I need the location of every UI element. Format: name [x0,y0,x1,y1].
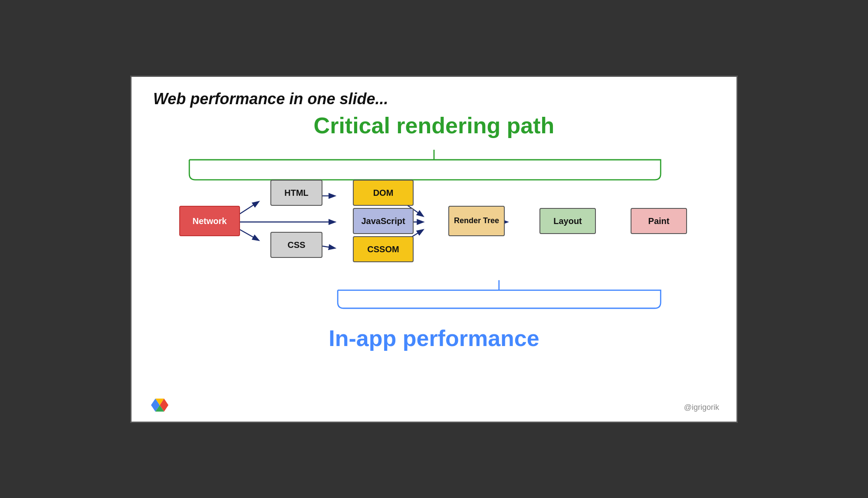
node-dom: DOM [353,180,414,206]
slide-title: Web performance in one slide... [153,90,715,108]
crp-label: Critical rendering path [153,112,715,139]
node-paint: Paint [631,208,687,234]
node-network: Network [179,206,240,236]
google-logo [149,396,171,414]
node-html: HTML [270,180,322,206]
slide: Web performance in one slide... Critical… [130,76,738,423]
node-layout: Layout [539,208,596,234]
node-render-tree: Render Tree [448,206,505,236]
twitter-handle: @igrigorik [684,403,719,412]
node-css: CSS [270,232,322,258]
diagram-area: Critical rendering path [153,112,715,356]
in-app-label: In-app performance [153,325,715,351]
node-javascript: JavaScript [353,208,414,234]
node-cssom: CSSOM [353,236,414,262]
